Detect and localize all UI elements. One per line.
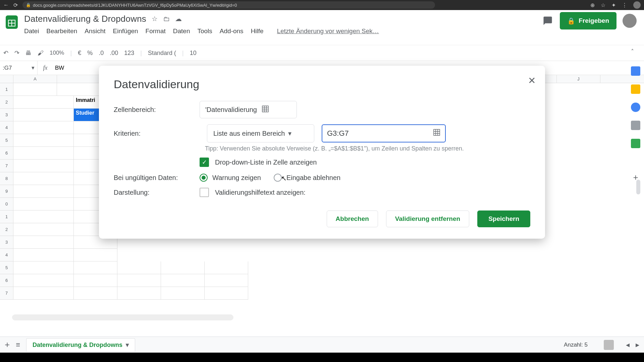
- add-sheet-icon[interactable]: +: [5, 340, 10, 350]
- reload-icon[interactable]: ⟳: [13, 2, 18, 8]
- cell[interactable]: [13, 210, 74, 223]
- cell[interactable]: [205, 261, 248, 274]
- cell-range-field[interactable]: 'Datenvalidierung: [200, 101, 297, 118]
- criteria-range-input[interactable]: G3:G7: [322, 124, 446, 142]
- show-dropdown-checkbox[interactable]: ✓: [200, 158, 209, 167]
- row-header[interactable]: 4: [0, 121, 13, 134]
- row-header[interactable]: 7: [0, 287, 13, 300]
- cell[interactable]: [13, 172, 74, 185]
- row-header[interactable]: 1: [0, 210, 13, 223]
- select-range-icon[interactable]: [262, 105, 269, 114]
- cell[interactable]: [117, 287, 161, 300]
- move-icon[interactable]: 🗀: [163, 15, 170, 23]
- zoom-select[interactable]: 100%: [50, 50, 64, 56]
- row-header[interactable]: 7: [0, 160, 13, 172]
- row-header[interactable]: 4: [0, 249, 13, 261]
- cancel-button[interactable]: Abbrechen: [327, 210, 378, 227]
- row-header[interactable]: 9: [0, 185, 13, 198]
- cell[interactable]: [13, 185, 74, 198]
- account-avatar[interactable]: [623, 14, 637, 28]
- tasks-icon[interactable]: [631, 103, 640, 112]
- share-button[interactable]: 🔒 Freigeben: [560, 12, 616, 29]
- back-icon[interactable]: ←: [3, 2, 9, 8]
- maps-icon[interactable]: [631, 139, 640, 148]
- scroll-left-icon[interactable]: ◂: [626, 341, 630, 349]
- menu-insert[interactable]: Einfügen: [113, 27, 138, 35]
- increase-decimal-icon[interactable]: .00: [110, 50, 118, 57]
- save-button[interactable]: Speichern: [477, 210, 530, 227]
- cell[interactable]: [13, 249, 74, 261]
- menu-help[interactable]: Hilfe: [251, 27, 264, 35]
- col-header[interactable]: A: [13, 75, 57, 83]
- cell[interactable]: [13, 134, 74, 147]
- row-header[interactable]: 5: [0, 261, 13, 274]
- cell[interactable]: [13, 96, 74, 109]
- cell[interactable]: [13, 109, 74, 121]
- cell[interactable]: [74, 261, 117, 274]
- cell[interactable]: [74, 287, 117, 300]
- radio-show-warning[interactable]: [200, 174, 208, 182]
- cell[interactable]: [13, 287, 74, 300]
- all-sheets-icon[interactable]: ≡: [16, 341, 20, 349]
- cell[interactable]: [13, 236, 74, 249]
- menu-view[interactable]: Ansicht: [85, 27, 105, 35]
- col-header[interactable]: J: [557, 75, 600, 83]
- undo-icon[interactable]: ↶: [3, 49, 8, 57]
- cell[interactable]: [13, 147, 74, 160]
- row-header[interactable]: 5: [0, 134, 13, 147]
- percent-icon[interactable]: %: [87, 50, 93, 57]
- decrease-decimal-icon[interactable]: .0: [99, 50, 104, 57]
- cell[interactable]: [13, 274, 74, 287]
- menu-tools[interactable]: Tools: [197, 27, 212, 35]
- font-select[interactable]: Standard (: [148, 50, 176, 57]
- cell[interactable]: [13, 121, 74, 134]
- font-size[interactable]: 10: [190, 50, 197, 57]
- row-header[interactable]: 3: [0, 109, 13, 121]
- name-box[interactable]: :G7 ▾: [0, 61, 38, 75]
- keep-icon[interactable]: [631, 84, 640, 94]
- menu-data[interactable]: Daten: [173, 27, 190, 35]
- cell[interactable]: [117, 261, 161, 274]
- contacts-icon[interactable]: [631, 121, 640, 130]
- cell[interactable]: [74, 274, 117, 287]
- chevron-down-icon[interactable]: ▾: [32, 64, 35, 71]
- cell[interactable]: [161, 261, 205, 274]
- cell[interactable]: [13, 223, 74, 236]
- cell[interactable]: [74, 249, 117, 261]
- select-range-icon[interactable]: [433, 129, 440, 138]
- extensions-icon[interactable]: ✦: [611, 2, 616, 8]
- remove-validation-button[interactable]: Validierung entfernen: [386, 210, 469, 227]
- scroll-right-icon[interactable]: ▸: [636, 341, 639, 349]
- add-addon-icon[interactable]: +: [633, 172, 638, 183]
- format-123-icon[interactable]: 123: [124, 50, 134, 57]
- cell[interactable]: [117, 274, 161, 287]
- select-all-corner[interactable]: [0, 75, 13, 83]
- currency-icon[interactable]: €: [78, 50, 81, 57]
- row-header[interactable]: 8: [0, 172, 13, 185]
- redo-icon[interactable]: ↷: [14, 49, 19, 57]
- horizontal-scrollbar[interactable]: [12, 314, 233, 320]
- url-bar[interactable]: 🔒 docs.google.com/spreadsheets/d/1JKUDAN…: [22, 1, 435, 9]
- row-header[interactable]: 6: [0, 274, 13, 287]
- cell[interactable]: [161, 274, 205, 287]
- explore-icon[interactable]: [604, 340, 614, 350]
- collapse-toolbar-icon[interactable]: ˄: [631, 48, 634, 55]
- cell[interactable]: [13, 198, 74, 210]
- selection-count[interactable]: Anzahl: 5: [564, 342, 588, 348]
- menu-format[interactable]: Format: [146, 27, 166, 35]
- star-outline-icon[interactable]: ☆: [152, 15, 158, 23]
- row-header[interactable]: 1: [0, 83, 13, 96]
- close-icon[interactable]: ✕: [528, 75, 536, 86]
- star-icon[interactable]: ☆: [601, 2, 605, 8]
- sheets-logo-icon[interactable]: [3, 12, 20, 32]
- calendar-icon[interactable]: [631, 66, 640, 76]
- paint-format-icon[interactable]: 🖌: [38, 50, 44, 57]
- chevron-down-icon[interactable]: ▾: [126, 341, 129, 349]
- menu-icon[interactable]: ⋮: [622, 2, 627, 8]
- cell[interactable]: [57, 83, 101, 96]
- row-header[interactable]: 6: [0, 147, 13, 160]
- cell[interactable]: [13, 83, 57, 96]
- menu-edit[interactable]: Bearbeiten: [46, 27, 77, 35]
- row-header[interactable]: 0: [0, 198, 13, 210]
- radio-reject-input[interactable]: [274, 174, 282, 182]
